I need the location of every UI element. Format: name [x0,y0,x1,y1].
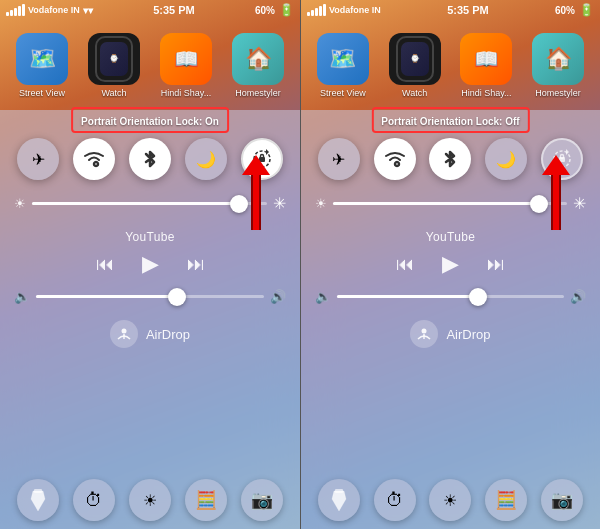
wifi-btn-left[interactable] [73,138,115,180]
streetview-icon-left: 🗺️ [29,46,56,72]
app-icons-left: 🗺️ Street View ⌚ Watch 📖 Hindi Shay... 🏠… [0,20,300,110]
watch-face-right: ⌚ [396,36,434,82]
calculator-icon-right: 🧮 [495,489,517,511]
forward-btn-right[interactable]: ⏭ [487,254,505,275]
battery-area-right: 60% 🔋 [555,3,594,17]
streetview-label-left: Street View [19,88,65,98]
orientation-banner-right: Portrait Orientation Lock: Off [371,107,529,133]
media-controls-left: ⏮ ▶ ⏭ [10,251,290,277]
app-icons-right: 🗺️ Street View ⌚ Watch 📖 Hindi Shay... 🏠… [301,20,600,110]
flashlight-icon-right [330,489,348,511]
app-home-left[interactable]: 🏠 Homestyler [232,33,284,98]
moon-btn-left[interactable]: 🌙 [185,138,227,180]
airdrop-row-left: AirDrop [10,320,290,348]
left-panel: Vodafone IN ▾▾ 5:35 PM 60% 🔋 🗺️ Street V… [0,0,300,529]
calculator-btn-left[interactable]: 🧮 [185,479,227,521]
camera-btn-right[interactable]: 📷 [541,479,583,521]
arrow-shaft-left [251,175,261,230]
rewind-btn-left[interactable]: ⏮ [96,254,114,275]
app-hindi-right[interactable]: 📖 Hindi Shay... [460,33,512,98]
airplane-btn-right[interactable]: ✈ [318,138,360,180]
brightness-track-left[interactable] [32,202,267,205]
rewind-btn-right[interactable]: ⏮ [396,254,414,275]
right-panel: Vodafone IN 5:35 PM 60% 🔋 🗺️ Street View… [300,0,600,529]
flashlight-btn-right[interactable] [318,479,360,521]
time-left: 5:35 PM [153,4,195,16]
now-playing-label-right: YouTube [426,230,475,244]
airplane-icon-left: ✈ [32,150,45,169]
airdrop-label-right: AirDrop [446,327,490,342]
svg-rect-5 [34,489,42,493]
status-left: Vodafone IN ▾▾ [6,4,93,16]
watch-label-right: Watch [402,88,427,98]
app-streetview-left[interactable]: 🗺️ Street View [16,33,68,98]
camera-icon-left: 📷 [251,489,273,511]
home-icon-right: 🏠 [545,46,572,72]
bt-icon-svg-left [142,148,158,170]
camera-btn-left[interactable]: 📷 [241,479,283,521]
svg-rect-11 [335,489,343,493]
hindi-icon-right: 📖 [474,47,499,71]
volume-track-left[interactable] [36,295,264,298]
volume-low-icon-left: 🔈 [14,289,30,304]
app-watch-right[interactable]: ⌚ Watch [389,33,441,98]
play-btn-left[interactable]: ▶ [142,251,159,277]
volume-row-left: 🔈 🔊 [10,289,290,304]
volume-fill-right [337,295,478,298]
flashlight-icon-left [29,489,47,511]
red-arrow-left [242,155,270,230]
app-streetview-right[interactable]: 🗺️ Street View [317,33,369,98]
battery-pct-right: 60% [555,5,575,16]
timer-btn-left[interactable]: ⏱ [73,479,115,521]
wifi-btn-right[interactable] [374,138,416,180]
volume-thumb-right[interactable] [469,288,487,306]
nightshift-btn-left[interactable]: ☀ [129,479,171,521]
forward-btn-left[interactable]: ⏭ [187,254,205,275]
app-hindi-left[interactable]: 📖 Hindi Shay... [160,33,212,98]
play-btn-right[interactable]: ▶ [442,251,459,277]
app-home-right[interactable]: 🏠 Homestyler [532,33,584,98]
arrow-head-left [242,155,270,175]
timer-btn-right[interactable]: ⏱ [374,479,416,521]
svg-point-9 [422,329,427,334]
brightness-fill-right [333,202,539,205]
wifi-icon-svg-left [83,150,105,168]
hindi-label-right: Hindi Shay... [461,88,511,98]
flashlight-btn-left[interactable] [17,479,59,521]
airdrop-icon-right [410,320,438,348]
brightness-high-icon-right: ✳ [573,194,586,213]
nightshift-btn-right[interactable]: ☀ [429,479,471,521]
carrier-left: Vodafone IN [28,5,80,15]
brightness-high-icon-left: ✳ [273,194,286,213]
home-icon-left: 🏠 [245,46,272,72]
calculator-btn-right[interactable]: 🧮 [485,479,527,521]
hindi-label-left: Hindi Shay... [161,88,211,98]
volume-track-right[interactable] [337,295,564,298]
battery-icon-left: 🔋 [279,3,294,17]
volume-fill-left [36,295,177,298]
bt-btn-left[interactable] [129,138,171,180]
volume-thumb-left[interactable] [168,288,186,306]
camera-icon-right: 📷 [551,489,573,511]
nightshift-icon-right: ☀ [443,491,457,510]
wifi-icon-left: ▾▾ [83,5,93,16]
orientation-text-right: Portrait Orientation Lock: Off [381,116,519,127]
svg-marker-10 [332,491,346,511]
arrow-head-right [542,155,570,175]
airdrop-label-left: AirDrop [146,327,190,342]
watch-screen-left: ⌚ [100,42,128,76]
watch-face-left: ⌚ [95,36,133,82]
moon-icon-right: 🌙 [496,150,516,169]
airplane-btn-left[interactable]: ✈ [17,138,59,180]
status-bar-right: Vodafone IN 5:35 PM 60% 🔋 [301,0,600,20]
brightness-low-icon-left: ☀ [14,196,26,211]
brightness-track-right[interactable] [333,202,567,205]
carrier-right: Vodafone IN [329,5,381,15]
hindi-icon-left: 📖 [174,47,199,71]
bt-btn-right[interactable] [429,138,471,180]
app-watch-left[interactable]: ⌚ Watch [88,33,140,98]
watch-screen-right: ⌚ [401,42,429,76]
volume-high-icon-left: 🔊 [270,289,286,304]
airdrop-svg-left [116,326,132,342]
moon-btn-right[interactable]: 🌙 [485,138,527,180]
